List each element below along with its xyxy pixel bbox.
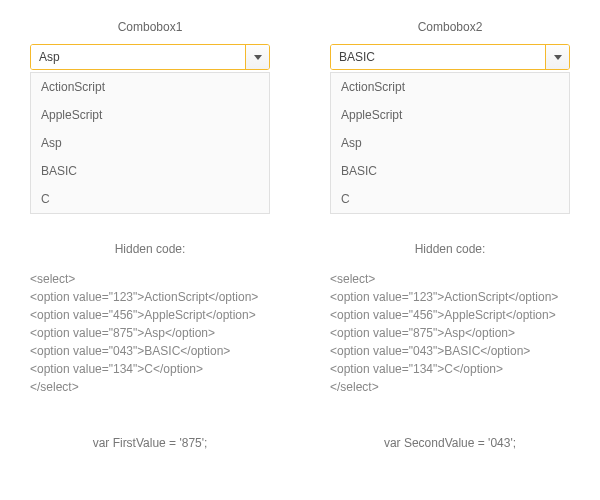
combobox1-input[interactable] — [31, 45, 245, 69]
combobox2-title: Combobox2 — [330, 20, 570, 34]
dropdown-item[interactable]: ActionScript — [31, 73, 269, 101]
dropdown-item[interactable]: ActionScript — [331, 73, 569, 101]
dropdown-item[interactable]: C — [331, 185, 569, 213]
hidden-code-label-right: Hidden code: — [330, 242, 570, 256]
combobox1-column: Combobox1 ActionScript AppleScript Asp B… — [30, 20, 270, 450]
combobox2-input[interactable] — [331, 45, 545, 69]
combobox1[interactable] — [30, 44, 270, 70]
hidden-code-left: <select> <option value="123">ActionScrip… — [30, 270, 270, 396]
hidden-code-right: <select> <option value="123">ActionScrip… — [330, 270, 570, 396]
var-line-right: var SecondValue = '043'; — [330, 436, 570, 450]
var-line-left: var FirstValue = '875'; — [30, 436, 270, 450]
dropdown-item[interactable]: AppleScript — [331, 101, 569, 129]
dropdown-item[interactable]: C — [31, 185, 269, 213]
hidden-code-label-left: Hidden code: — [30, 242, 270, 256]
combobox2[interactable] — [330, 44, 570, 70]
dropdown-item[interactable]: AppleScript — [31, 101, 269, 129]
dropdown-item[interactable]: BASIC — [331, 157, 569, 185]
combobox2-column: Combobox2 ActionScript AppleScript Asp B… — [330, 20, 570, 450]
combobox1-dropdown-button[interactable] — [245, 45, 269, 69]
combobox1-title: Combobox1 — [30, 20, 270, 34]
chevron-down-icon — [254, 55, 262, 60]
dropdown-item[interactable]: Asp — [31, 129, 269, 157]
combobox1-dropdown: ActionScript AppleScript Asp BASIC C — [30, 72, 270, 214]
combobox2-dropdown: ActionScript AppleScript Asp BASIC C — [330, 72, 570, 214]
combobox2-dropdown-button[interactable] — [545, 45, 569, 69]
dropdown-item[interactable]: Asp — [331, 129, 569, 157]
dropdown-item[interactable]: BASIC — [31, 157, 269, 185]
chevron-down-icon — [554, 55, 562, 60]
